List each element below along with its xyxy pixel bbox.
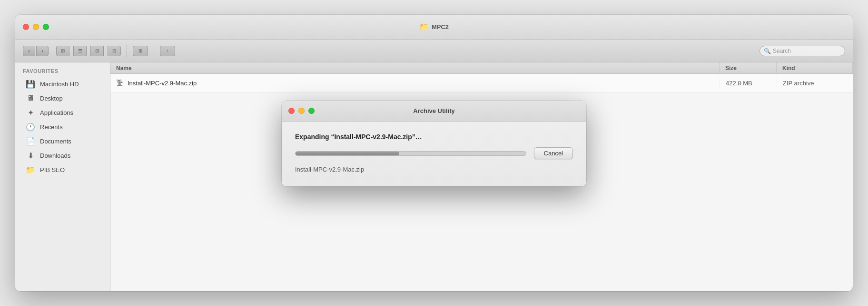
dialog-maximize-button[interactable] [308, 108, 315, 114]
archive-utility-dialog: Archive Utility Expanding “Install-MPC-v… [282, 101, 586, 186]
dialog-title-bar: Archive Utility [282, 101, 586, 122]
dialog-traffic-lights [288, 108, 315, 114]
finder-window: 📁 MPC2 ‹ › ⊞ ☰ ⊟ ⊟ ⊞ ↑ 🔍 Search Fa [15, 15, 853, 291]
progress-row: Cancel [295, 147, 573, 159]
dialog-close-button[interactable] [288, 108, 295, 114]
dialog-filename: Install-MPC-v2.9-Mac.zip [295, 166, 573, 173]
cancel-button[interactable]: Cancel [534, 147, 573, 159]
expanding-text: Expanding “Install-MPC-v2.9-Mac.zip”… [295, 133, 573, 141]
dialog-overlay: Archive Utility Expanding “Install-MPC-v… [15, 15, 853, 291]
progress-bar-fill [296, 152, 399, 155]
progress-bar-container [295, 151, 526, 156]
dialog-body: Expanding “Install-MPC-v2.9-Mac.zip”… Ca… [282, 122, 586, 186]
dialog-title-label: Archive Utility [413, 107, 454, 114]
dialog-minimize-button[interactable] [298, 108, 305, 114]
